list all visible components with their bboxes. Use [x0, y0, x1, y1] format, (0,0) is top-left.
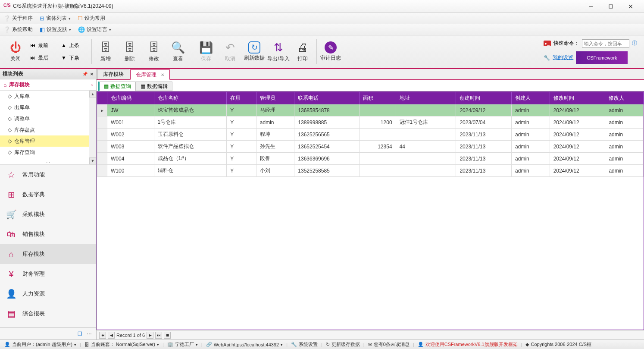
pager-next[interactable]: ▶	[147, 332, 153, 339]
cell[interactable]: 珠宝首饰成品仓	[154, 104, 227, 116]
cell[interactable]: W002	[107, 129, 154, 141]
cell[interactable]: W100	[107, 165, 154, 177]
cell[interactable]: W001	[107, 116, 154, 129]
status-messages[interactable]: ✉您有0条未读消息	[366, 341, 411, 348]
cell[interactable]: JW	[107, 104, 154, 116]
menu-about[interactable]: ❔关于程序	[3, 15, 33, 22]
row-indicator[interactable]	[97, 165, 107, 177]
pager-first[interactable]: ⏮	[99, 332, 106, 339]
cell[interactable]	[396, 165, 456, 177]
table-row[interactable]: ▸JW珠宝首饰成品仓Y马经理136858548782024/09/12admin…	[97, 104, 644, 116]
cell[interactable]	[360, 165, 396, 177]
tree-more[interactable]: ...	[0, 158, 96, 164]
column-header[interactable]: 联系电话	[294, 92, 360, 104]
column-header[interactable]: 修改时间	[550, 92, 605, 104]
tree-item[interactable]: ◇入库单	[0, 91, 96, 102]
table-row[interactable]: W100辅料仓Y小刘135252585852023/11/13admin2024…	[97, 165, 644, 177]
nav-last[interactable]: ⏭最后	[30, 54, 56, 62]
sidebar-active-section[interactable]: ⌂ 库存模块 ‹	[0, 79, 96, 91]
cell[interactable]: 程坤	[256, 129, 294, 141]
maximize-button[interactable]	[601, 0, 621, 13]
cell[interactable]: 孙先生	[256, 141, 294, 153]
table-row[interactable]: W003软件产品虚拟仓Y孙先生1365252545412354442023/11…	[97, 141, 644, 153]
cell[interactable]: 1389998885	[294, 116, 360, 129]
cell[interactable]: 13636369696	[294, 153, 360, 165]
nav-item[interactable]: 🛒采购模块	[0, 204, 96, 224]
column-header[interactable]: 仓库编码	[107, 92, 154, 104]
pager-end[interactable]: ⏹	[164, 332, 171, 339]
cell[interactable]	[396, 104, 456, 116]
row-indicator[interactable]	[97, 153, 107, 165]
column-header[interactable]: 创建人	[512, 92, 550, 104]
nav-item[interactable]: ¥财务管理	[0, 264, 96, 284]
cell[interactable]: admin	[512, 141, 550, 153]
tree-scrollbar[interactable]: ▲ ▼	[89, 91, 96, 164]
cell[interactable]: admin	[605, 141, 644, 153]
status-factory[interactable]: 🏢宁德工厂▾	[166, 341, 200, 348]
cell[interactable]: 2024/09/12	[550, 165, 605, 177]
cell[interactable]: 44	[396, 141, 456, 153]
sub-tab[interactable]: ▦数据查询	[98, 82, 136, 91]
cell[interactable]: 玉石原料仓	[154, 129, 227, 141]
data-grid[interactable]: 仓库编码仓库名称在用管理员联系电话面积地址创建时间创建人修改时间修改人▸JW珠宝…	[97, 91, 644, 330]
cell[interactable]: Y	[227, 153, 256, 165]
nav-item[interactable]: ▤综合报表	[0, 304, 96, 324]
nav-item[interactable]: ☆常用功能	[0, 165, 96, 185]
cell[interactable]: 2024/09/12	[456, 104, 512, 116]
table-row[interactable]: W0011号仓库Yadmin13899988851200冠佳1号仓库2023/0…	[97, 116, 644, 129]
cell[interactable]	[396, 129, 456, 141]
quick-command-input[interactable]	[582, 39, 629, 48]
scroll-up-icon[interactable]: ▲	[89, 91, 96, 97]
cell[interactable]: 13685854878	[294, 104, 360, 116]
save-button[interactable]: 💾保存	[194, 35, 218, 68]
cell[interactable]: Y	[227, 165, 256, 177]
cancel-button[interactable]: ↶取消	[218, 35, 242, 68]
delete-button[interactable]: 🗄删除	[118, 35, 142, 68]
cell[interactable]: Y	[227, 141, 256, 153]
nav-item[interactable]: ⚙系统管理	[0, 324, 96, 327]
cell[interactable]: Y	[227, 129, 256, 141]
help-circle-icon[interactable]: ⓘ	[632, 40, 637, 47]
cell[interactable]: admin	[512, 116, 550, 129]
more-icon[interactable]: ⋯	[87, 331, 92, 337]
menu-help[interactable]: ❔系统帮助	[3, 26, 33, 33]
cell[interactable]: Y	[227, 104, 256, 116]
status-webapi[interactable]: 🔗WebApi:https://localhost:44392▾	[204, 342, 284, 347]
document-tab[interactable]: 仓库管理✕	[130, 69, 170, 80]
edit-button[interactable]: 🗄修改	[142, 35, 166, 68]
close-window-button[interactable]	[621, 0, 641, 13]
cell[interactable]: 2024/09/12	[550, 141, 605, 153]
nav-next[interactable]: ▼下条	[61, 54, 87, 62]
cell[interactable]: 2023/07/04	[456, 116, 512, 129]
cell[interactable]: 辅料仓	[154, 165, 227, 177]
cell[interactable]	[360, 153, 396, 165]
table-row[interactable]: W002玉石原料仓Y程坤136252565652023/11/13admin20…	[97, 129, 644, 141]
view-button[interactable]: 🔍查看	[166, 35, 190, 68]
menu-skin[interactable]: ◧设置皮肤	[40, 26, 71, 33]
column-header[interactable]: 管理员	[256, 92, 294, 104]
cell[interactable]: admin	[605, 104, 644, 116]
cell[interactable]: admin	[512, 153, 550, 165]
cell[interactable]: admin	[512, 165, 550, 177]
column-header[interactable]: 面积	[360, 92, 396, 104]
nav-item[interactable]: 👤人力资源	[0, 284, 96, 304]
cell[interactable]: 2024/09/12	[550, 129, 605, 141]
row-indicator[interactable]	[97, 129, 107, 141]
nav-item[interactable]: ⊞数据字典	[0, 185, 96, 204]
nav-item[interactable]: 🛍销售模块	[0, 224, 96, 244]
scroll-down-icon[interactable]: ▼	[89, 157, 96, 164]
table-row[interactable]: W004成品仓（1#）Y段誉136363696962023/11/13admin…	[97, 153, 644, 165]
cell[interactable]	[360, 129, 396, 141]
cell[interactable]: 软件产品虚拟仓	[154, 141, 227, 153]
cell[interactable]: 13652525454	[294, 141, 360, 153]
cell[interactable]: 13625256565	[294, 129, 360, 141]
close-button[interactable]: ⏻关闭	[3, 35, 28, 68]
column-header[interactable]: 地址	[396, 92, 456, 104]
column-header[interactable]: 修改人	[605, 92, 644, 104]
tree-item[interactable]: ◇仓库管理	[0, 135, 96, 147]
cell[interactable]	[360, 104, 396, 116]
cell[interactable]: 成品仓（1#）	[154, 153, 227, 165]
cell[interactable]: 12354	[360, 141, 396, 153]
pager-prev[interactable]: ◀	[108, 332, 115, 339]
cell[interactable]: Y	[227, 116, 256, 129]
